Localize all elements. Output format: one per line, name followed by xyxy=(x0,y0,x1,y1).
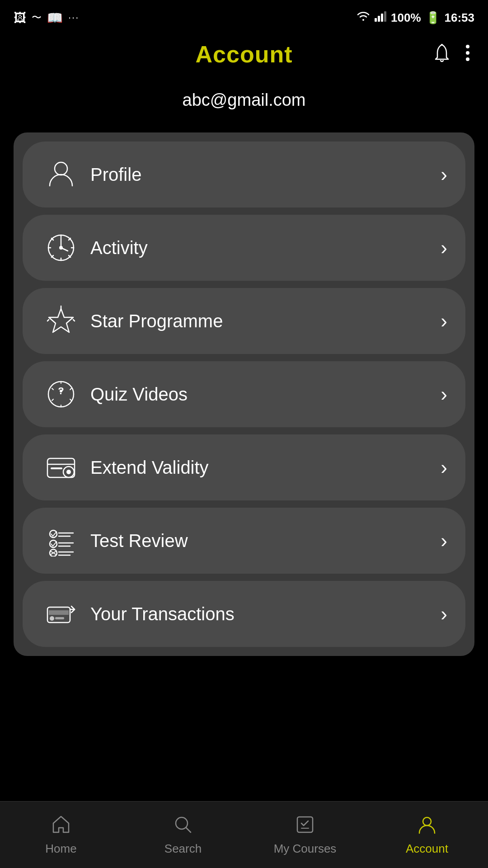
nav-home-label: Home xyxy=(45,842,76,856)
home-icon xyxy=(51,814,71,838)
svg-rect-0 xyxy=(375,18,377,22)
test-review-chevron: › xyxy=(441,529,447,552)
header-actions xyxy=(432,43,470,66)
svg-point-8 xyxy=(55,162,67,175)
extend-validity-label: Extend Validity xyxy=(81,458,441,478)
signal-icon xyxy=(375,11,386,25)
profile-chevron: › xyxy=(441,163,447,186)
profile-menu-item[interactable]: Profile › xyxy=(23,142,465,208)
profile-icon xyxy=(41,154,81,195)
quiz-videos-menu-item[interactable]: ? Quiz Videos › xyxy=(23,361,465,427)
account-nav-icon xyxy=(417,814,437,838)
test-review-menu-item[interactable]: Test Review › xyxy=(23,508,465,574)
svg-point-52 xyxy=(50,616,54,621)
nav-account-label: Account xyxy=(406,842,448,856)
extend-validity-chevron: › xyxy=(441,456,447,479)
more-dots-icon: ··· xyxy=(68,12,79,24)
wifi-icon xyxy=(357,11,370,25)
svg-line-58 xyxy=(186,828,191,832)
bell-icon xyxy=(432,43,452,63)
svg-line-28 xyxy=(52,388,53,390)
svg-point-7 xyxy=(466,57,469,61)
your-transactions-menu-item[interactable]: Your Transactions › xyxy=(23,581,465,647)
vertical-dots-icon xyxy=(465,43,470,63)
battery-icon: 🔋 xyxy=(426,11,440,25)
photo-icon: 🖼 xyxy=(14,10,26,25)
svg-line-29 xyxy=(70,388,71,390)
search-icon xyxy=(173,814,193,838)
activity-icon xyxy=(41,227,81,268)
status-left-icons: 🖼 〜 📖 ··· xyxy=(14,10,79,25)
book-icon: 📖 xyxy=(47,10,63,25)
nav-account[interactable]: Account xyxy=(366,807,488,863)
svg-rect-2 xyxy=(381,14,383,22)
activity-label: Activity xyxy=(81,238,441,258)
svg-point-6 xyxy=(466,51,469,55)
battery-percent: 100% xyxy=(391,11,421,25)
svg-rect-53 xyxy=(55,617,64,619)
svg-line-12 xyxy=(61,248,68,251)
profile-label: Profile xyxy=(81,165,441,185)
quiz-videos-icon: ? xyxy=(41,374,81,415)
quiz-videos-label: Quiz Videos xyxy=(81,384,441,405)
notification-button[interactable] xyxy=(432,43,452,66)
svg-rect-1 xyxy=(378,16,380,22)
extend-validity-menu-item[interactable]: Extend Validity › xyxy=(23,434,465,500)
nav-search[interactable]: Search xyxy=(122,807,244,863)
account-menu: Profile › Activity › xyxy=(14,132,474,656)
svg-line-24 xyxy=(47,320,49,321)
svg-point-57 xyxy=(176,817,188,829)
svg-point-38 xyxy=(66,470,71,474)
my-courses-icon xyxy=(295,814,315,838)
test-review-icon xyxy=(41,520,81,561)
svg-marker-21 xyxy=(49,309,73,332)
svg-rect-51 xyxy=(49,610,69,615)
nav-home[interactable]: Home xyxy=(0,807,122,863)
svg-point-5 xyxy=(466,45,469,48)
status-bar: 🖼 〜 📖 ··· 100% 🔋 16:53 xyxy=(0,0,488,32)
your-transactions-chevron: › xyxy=(441,603,447,625)
svg-line-31 xyxy=(70,399,71,401)
svg-rect-36 xyxy=(51,467,62,469)
time-display: 16:53 xyxy=(445,11,475,25)
page-title: Account xyxy=(196,41,293,68)
status-right-info: 100% 🔋 16:53 xyxy=(357,11,474,25)
bottom-navigation: Home Search My Courses Account xyxy=(0,801,488,868)
nav-my-courses[interactable]: My Courses xyxy=(244,807,366,863)
user-email-section: abc@gmail.com xyxy=(0,77,488,132)
svg-rect-3 xyxy=(384,11,386,22)
more-options-button[interactable] xyxy=(465,43,470,66)
user-email: abc@gmail.com xyxy=(183,90,306,109)
star-programme-icon xyxy=(41,301,81,341)
activity-menu-item[interactable]: Activity › xyxy=(23,215,465,281)
star-programme-menu-item[interactable]: Star Programme › xyxy=(23,288,465,354)
star-programme-chevron: › xyxy=(441,310,447,332)
nav-icon: 〜 xyxy=(32,11,42,24)
star-programme-label: Star Programme xyxy=(81,311,441,331)
test-review-label: Test Review xyxy=(81,531,441,551)
nav-my-courses-label: My Courses xyxy=(274,842,337,856)
svg-point-4 xyxy=(441,44,443,46)
svg-text:?: ? xyxy=(58,385,64,396)
your-transactions-label: Your Transactions xyxy=(81,604,441,624)
quiz-videos-chevron: › xyxy=(441,383,447,406)
svg-point-61 xyxy=(423,817,431,826)
page-header: Account xyxy=(0,32,488,77)
activity-chevron: › xyxy=(441,236,447,259)
svg-line-23 xyxy=(73,320,75,321)
extend-validity-icon xyxy=(41,447,81,488)
nav-search-label: Search xyxy=(164,842,202,856)
svg-line-30 xyxy=(52,399,53,401)
your-transactions-icon xyxy=(41,594,81,634)
